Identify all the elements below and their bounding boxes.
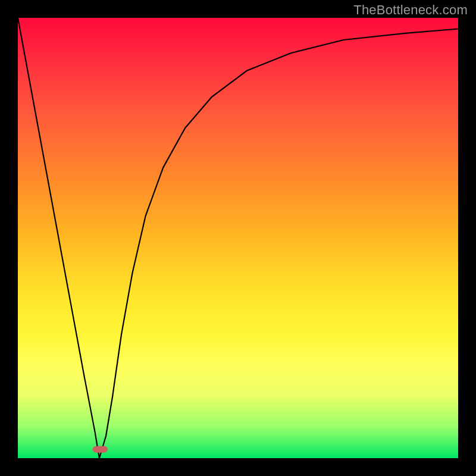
chart-frame: TheBottleneck.com <box>0 0 476 476</box>
watermark-text: TheBottleneck.com <box>353 2 468 18</box>
chart-svg <box>18 18 458 458</box>
chart-plot-area <box>18 18 458 458</box>
bottleneck-curve <box>18 18 458 458</box>
pill-marker <box>93 446 108 453</box>
